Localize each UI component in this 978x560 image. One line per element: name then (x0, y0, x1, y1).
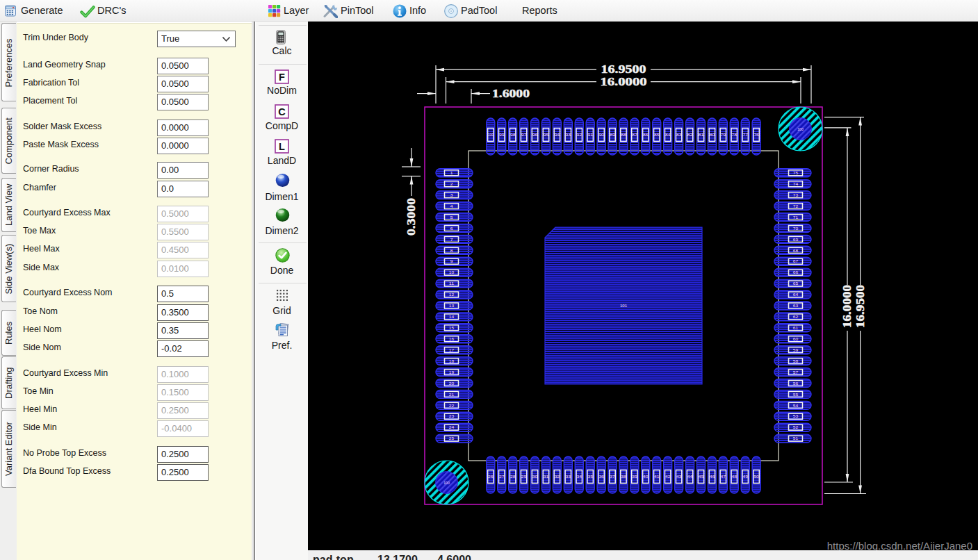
svg-text:13: 13 (449, 303, 455, 308)
svg-text:23: 23 (449, 413, 455, 418)
svg-text:90: 90 (598, 132, 604, 137)
svg-text:29: 29 (521, 474, 527, 479)
svg-text:100: 100 (443, 481, 450, 485)
svg-text:16.0000: 16.0000 (840, 285, 854, 328)
svg-text:27: 27 (499, 474, 505, 479)
svg-text:16.9500: 16.9500 (854, 285, 867, 328)
svg-text:62: 62 (793, 314, 799, 319)
svg-text:52: 52 (793, 425, 799, 429)
svg-text:78: 78 (732, 132, 737, 137)
svg-text:92: 92 (577, 132, 582, 137)
svg-text:39: 39 (632, 474, 637, 479)
svg-text:100: 100 (797, 127, 804, 131)
svg-text:5: 5 (450, 215, 453, 220)
svg-text:L: L (279, 141, 285, 152)
svg-text:61: 61 (793, 325, 799, 330)
svg-text:42: 42 (665, 474, 671, 479)
svg-text:97: 97 (521, 132, 527, 137)
svg-text:95: 95 (544, 132, 549, 137)
svg-text:32: 32 (555, 474, 560, 479)
svg-text:47: 47 (721, 474, 726, 479)
svg-text:71: 71 (793, 215, 799, 220)
svg-text:9: 9 (450, 258, 453, 263)
svg-text:73: 73 (793, 192, 799, 197)
svg-text:30: 30 (532, 474, 538, 479)
svg-text:68: 68 (793, 248, 799, 253)
svg-text:59: 59 (793, 347, 799, 352)
svg-text:98: 98 (510, 132, 516, 137)
svg-text:72: 72 (793, 204, 799, 208)
svg-text:20: 20 (449, 381, 455, 386)
svg-text:93: 93 (566, 132, 571, 137)
svg-text:56: 56 (793, 381, 799, 386)
svg-text:70: 70 (793, 226, 799, 231)
svg-text:1: 1 (450, 170, 453, 175)
svg-text:64: 64 (793, 292, 799, 297)
svg-text:54: 54 (793, 403, 799, 408)
svg-text:33: 33 (566, 474, 571, 479)
svg-text:87: 87 (632, 132, 637, 137)
svg-text:F: F (279, 72, 285, 83)
svg-text:58: 58 (793, 359, 799, 363)
svg-text:76: 76 (753, 132, 759, 137)
svg-text:25: 25 (449, 436, 455, 440)
svg-text:16.0000: 16.0000 (601, 75, 647, 88)
svg-text:7: 7 (450, 237, 453, 242)
svg-text:35: 35 (587, 474, 593, 479)
svg-text:38: 38 (621, 474, 626, 479)
svg-text:49: 49 (742, 474, 748, 479)
svg-text:14: 14 (449, 314, 455, 319)
svg-text:91: 91 (587, 132, 593, 137)
svg-text:53: 53 (793, 413, 799, 418)
svg-text:41: 41 (654, 474, 660, 479)
svg-text:6: 6 (450, 226, 453, 231)
svg-text:22: 22 (449, 403, 455, 408)
svg-text:101: 101 (620, 304, 627, 308)
svg-text:45: 45 (699, 474, 704, 479)
svg-text:36: 36 (598, 474, 604, 479)
svg-text:74: 74 (793, 181, 799, 186)
svg-text:55: 55 (793, 392, 799, 397)
svg-text:82: 82 (687, 132, 693, 137)
svg-text:75: 75 (793, 170, 799, 175)
svg-text:8: 8 (450, 248, 453, 253)
svg-text:63: 63 (793, 303, 799, 308)
svg-text:3: 3 (450, 192, 453, 197)
svg-text:48: 48 (732, 474, 737, 479)
svg-text:43: 43 (676, 474, 682, 479)
svg-text:60: 60 (793, 336, 799, 341)
svg-text:83: 83 (676, 132, 682, 137)
svg-text:31: 31 (544, 474, 549, 479)
svg-text:https://blog.csdn.net/AijerJan: https://blog.csdn.net/AijerJane0 (827, 540, 972, 550)
svg-text:96: 96 (532, 132, 538, 137)
svg-text:94: 94 (555, 132, 560, 137)
svg-text:21: 21 (449, 392, 455, 397)
svg-text:40: 40 (643, 474, 649, 479)
svg-text:C: C (278, 106, 286, 117)
svg-text:44: 44 (687, 474, 693, 479)
svg-text:12: 12 (449, 292, 455, 297)
svg-text:2: 2 (450, 181, 453, 186)
svg-text:99: 99 (499, 132, 505, 137)
svg-text:79: 79 (721, 132, 726, 137)
svg-text:46: 46 (710, 474, 715, 479)
svg-text:10: 10 (449, 270, 455, 274)
svg-text:57: 57 (793, 370, 799, 374)
svg-text:11: 11 (449, 281, 455, 286)
svg-text:17: 17 (449, 347, 455, 352)
svg-text:28: 28 (510, 474, 516, 479)
svg-text:0.3000: 0.3000 (405, 198, 418, 236)
svg-text:19: 19 (449, 370, 455, 374)
svg-text:77: 77 (742, 132, 748, 137)
svg-text:16.9500: 16.9500 (601, 63, 646, 76)
svg-text:69: 69 (793, 237, 799, 242)
svg-text:26: 26 (488, 474, 494, 479)
svg-text:37: 37 (610, 474, 615, 479)
svg-text:85: 85 (654, 132, 660, 137)
svg-text:18: 18 (449, 359, 455, 363)
svg-text:65: 65 (793, 281, 799, 286)
svg-text:88: 88 (621, 132, 626, 137)
svg-text:24: 24 (449, 425, 455, 429)
svg-text:86: 86 (643, 132, 649, 137)
svg-text:4: 4 (450, 204, 453, 208)
